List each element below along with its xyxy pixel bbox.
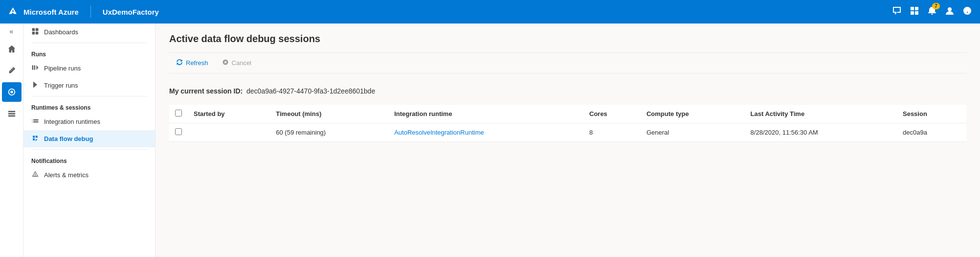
sessions-table: Started by Timeout (mins) Integration ru… — [169, 105, 966, 142]
nav-divider-2 — [31, 96, 147, 96]
refresh-label: Refresh — [186, 59, 208, 67]
integration-runtimes-icon — [31, 117, 39, 126]
row-started-by — [188, 123, 270, 142]
main-layout: « Dashboards Runs Pipeline runs — [0, 23, 980, 257]
left-nav: Dashboards Runs Pipeline runs Trigger ru… — [23, 23, 156, 257]
session-id-row: My current session ID: dec0a9a6-4927-447… — [169, 81, 966, 101]
svg-rect-11 — [36, 28, 39, 31]
table-row: 60 (59 remaining) AutoResolveIntegration… — [169, 123, 966, 142]
row-checkbox[interactable] — [175, 128, 182, 135]
integration-runtime-link[interactable]: AutoResolveIntegrationRuntime — [394, 129, 484, 136]
brand-name: Microsoft Azure — [23, 8, 79, 16]
nav-integration-runtimes-label: Integration runtimes — [44, 118, 100, 125]
th-started-by: Started by — [188, 105, 270, 123]
nav-alerts-metrics-label: Alerts & metrics — [44, 171, 89, 179]
th-cores: Cores — [583, 105, 641, 123]
sidebar-collapse-icon[interactable]: « — [10, 27, 14, 35]
feedback-icon[interactable] — [892, 6, 902, 18]
svg-point-19 — [32, 121, 33, 122]
svg-point-18 — [32, 119, 33, 120]
notification-badge: 7 — [932, 3, 940, 9]
page-title: Active data flow debug sessions — [169, 33, 966, 45]
row-integration-runtime: AutoResolveIntegrationRuntime — [388, 123, 583, 142]
notifications-icon[interactable]: 7 — [927, 6, 937, 18]
nav-integration-runtimes[interactable]: Integration runtimes — [23, 113, 155, 130]
svg-point-4 — [948, 7, 952, 11]
row-cores: 8 — [583, 123, 641, 142]
nav-dashboards[interactable]: Dashboards — [23, 23, 155, 41]
topbar: Microsoft Azure UxDemoFactory 7 — [0, 0, 980, 23]
icon-sidebar: « — [0, 23, 23, 257]
row-compute-type: General — [641, 123, 745, 142]
nav-dashboards-label: Dashboards — [44, 28, 78, 36]
svg-rect-7 — [8, 111, 15, 113]
cancel-label: Cancel — [232, 59, 251, 67]
data-flow-debug-icon — [31, 134, 39, 143]
nav-divider-1 — [31, 43, 147, 43]
nav-trigger-runs-label: Trigger runs — [44, 82, 78, 89]
th-timeout: Timeout (mins) — [270, 105, 388, 123]
svg-rect-3 — [915, 11, 918, 15]
sidebar-icon-monitor[interactable] — [2, 82, 22, 102]
svg-rect-15 — [34, 65, 35, 70]
th-integration-runtime: Integration runtime — [388, 105, 583, 123]
sidebar-icon-author[interactable] — [2, 61, 22, 80]
topbar-icons: 7 — [892, 6, 972, 18]
nav-pipeline-runs-label: Pipeline runs — [44, 65, 81, 72]
row-session: dec0a9a — [897, 123, 966, 142]
svg-rect-9 — [8, 116, 15, 117]
toolbar: Refresh Cancel — [169, 52, 966, 73]
cancel-button[interactable]: Cancel — [215, 56, 258, 70]
pipeline-runs-icon — [31, 64, 39, 73]
svg-rect-1 — [915, 7, 918, 10]
nav-pipeline-runs[interactable]: Pipeline runs — [23, 60, 155, 77]
trigger-runs-icon — [31, 81, 39, 90]
nav-alerts-metrics[interactable]: Alerts & metrics — [23, 166, 155, 184]
refresh-icon — [176, 59, 183, 67]
select-all-checkbox[interactable] — [175, 110, 182, 117]
row-last-activity: 8/28/2020, 11:56:30 AM — [745, 123, 897, 142]
layout-icon[interactable] — [910, 6, 919, 18]
table-header-row: Started by Timeout (mins) Integration ru… — [169, 105, 966, 123]
svg-rect-13 — [36, 32, 39, 35]
help-icon[interactable] — [962, 6, 972, 18]
row-checkbox-cell — [169, 123, 188, 142]
factory-name: UxDemoFactory — [103, 8, 159, 16]
nav-runs-header: Runs — [23, 45, 155, 60]
row-timeout: 60 (59 remaining) — [270, 123, 388, 142]
nav-data-flow-debug-label: Data flow debug — [44, 135, 93, 142]
svg-rect-8 — [8, 113, 15, 115]
svg-rect-14 — [32, 65, 33, 70]
th-compute-type: Compute type — [641, 105, 745, 123]
refresh-button[interactable]: Refresh — [169, 56, 215, 70]
nav-notifications-header: Notifications — [23, 152, 155, 166]
svg-rect-12 — [32, 32, 35, 35]
nav-runtimes-header: Runtimes & sessions — [23, 98, 155, 113]
cancel-icon — [222, 59, 229, 67]
svg-point-6 — [10, 91, 13, 93]
alerts-metrics-icon — [31, 170, 39, 180]
dashboards-icon — [31, 27, 39, 37]
nav-trigger-runs[interactable]: Trigger runs — [23, 77, 155, 94]
th-checkbox — [169, 105, 188, 123]
session-id-label: My current session ID: — [169, 87, 243, 95]
brand: Microsoft Azure UxDemoFactory — [8, 6, 159, 18]
nav-data-flow-debug[interactable]: Data flow debug — [23, 130, 155, 147]
th-last-activity: Last Activity Time — [745, 105, 897, 123]
sidebar-icon-home[interactable] — [2, 39, 22, 59]
th-session: Session — [897, 105, 966, 123]
svg-rect-0 — [911, 7, 914, 10]
sidebar-icon-manage[interactable] — [2, 104, 22, 123]
svg-rect-2 — [911, 11, 914, 15]
topbar-divider — [90, 6, 91, 18]
profile-icon[interactable] — [945, 6, 955, 18]
azure-logo-icon — [8, 6, 18, 18]
session-id-value: dec0a9a6-4927-4470-9fa3-1d2ee8601bde — [246, 87, 375, 95]
nav-divider-3 — [31, 149, 147, 150]
content-area: Active data flow debug sessions Refresh … — [156, 23, 980, 257]
svg-rect-10 — [32, 28, 35, 31]
